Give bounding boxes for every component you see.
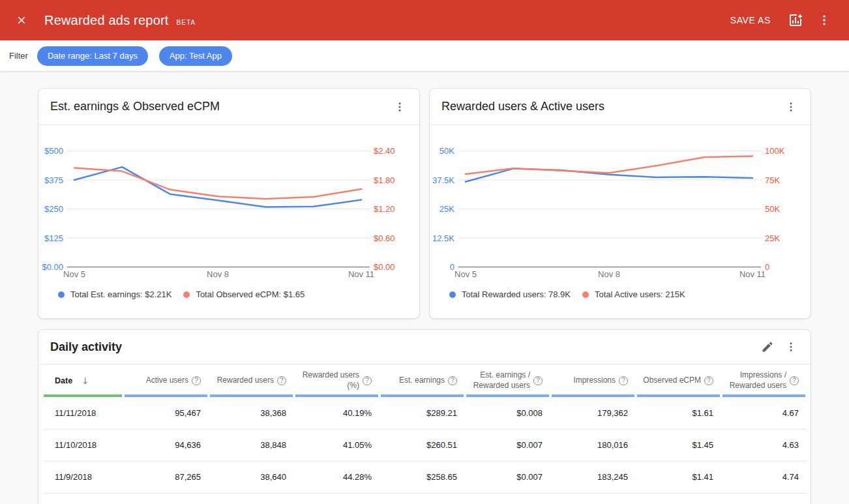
line-chart-earnings-ecpm: $500$2.40$375$1.80$250$1.20$125$0.60$0.0… bbox=[38, 125, 397, 282]
cell-est-earnings: $258.65 bbox=[380, 461, 465, 493]
legend-label: Total Est. earnings: $2.21K bbox=[70, 289, 171, 299]
help-icon[interactable]: ? bbox=[533, 376, 543, 385]
column-label: Date bbox=[55, 376, 72, 386]
column-label: Est. earnings bbox=[399, 376, 445, 386]
cell-active-users: 87,265 bbox=[123, 461, 209, 493]
help-icon[interactable]: ? bbox=[192, 376, 201, 385]
column-label: Observed eCPM bbox=[643, 376, 701, 386]
daily-activity-table: Date↓Active users?Rewarded users?Rewarde… bbox=[44, 364, 807, 494]
cell-impressions: 180,016 bbox=[550, 429, 636, 461]
svg-text:$2.40: $2.40 bbox=[374, 146, 395, 156]
legend-dot-icon bbox=[58, 291, 65, 298]
help-icon[interactable]: ? bbox=[277, 376, 286, 385]
chart-card-2-more-vert-icon[interactable] bbox=[779, 95, 803, 119]
cell-date: 11/9/2018 bbox=[44, 461, 123, 493]
help-icon[interactable]: ? bbox=[363, 376, 372, 385]
column-header-date[interactable]: Date↓ bbox=[44, 364, 123, 397]
close-icon[interactable] bbox=[16, 14, 27, 26]
legend-label: Total Rewarded users: 78.9K bbox=[462, 289, 571, 299]
edit-pencil-icon[interactable] bbox=[756, 335, 779, 359]
line-chart-rewarded-active-users: 50K100K37.5K75K25K50K12.5K25K00Nov 5Nov … bbox=[430, 125, 788, 282]
chart-card-1-header: Est. earnings & Observed eCPM bbox=[38, 89, 419, 125]
cell-impressions: 183,245 bbox=[550, 461, 636, 493]
svg-text:$0.00: $0.00 bbox=[374, 262, 395, 272]
sort-descending-icon[interactable]: ↓ bbox=[82, 375, 89, 387]
table-more-vert-icon[interactable] bbox=[779, 335, 803, 359]
column-label: Impressions bbox=[573, 376, 616, 386]
svg-text:25K: 25K bbox=[765, 233, 780, 243]
filter-chip-app[interactable]: App: Test App bbox=[159, 46, 232, 66]
table-title: Daily activity bbox=[50, 340, 122, 354]
cell-active-users: 95,467 bbox=[123, 397, 209, 429]
column-header-active-users[interactable]: Active users? bbox=[123, 364, 209, 397]
table-header-row: Date↓Active users?Rewarded users?Rewarde… bbox=[44, 364, 807, 397]
filter-chip-date-range[interactable]: Date range: Last 7 days bbox=[37, 46, 148, 66]
svg-text:$1.80: $1.80 bbox=[374, 175, 395, 185]
column-header-impressions-per-rewarded-user[interactable]: Impressions / Rewarded users? bbox=[721, 364, 807, 397]
svg-text:Nov 5: Nov 5 bbox=[454, 269, 477, 279]
close-icon-glyph bbox=[16, 14, 27, 26]
column-header-rewarded-users-pct[interactable]: Rewarded users (%)? bbox=[294, 364, 380, 397]
chart-card-1-more-vert-icon[interactable] bbox=[388, 95, 411, 119]
chart-legend: Total Est. earnings: $2.21KTotal Observe… bbox=[38, 289, 419, 299]
help-icon[interactable]: ? bbox=[704, 376, 713, 385]
page-title: Rewarded ads report bbox=[44, 13, 169, 28]
beta-badge: BETA bbox=[177, 19, 196, 26]
legend-label: Total Observed eCPM: $1.65 bbox=[196, 289, 305, 299]
cell-rewarded-users-pct: 41.05% bbox=[294, 429, 380, 461]
chart-card-rewarded-active-users: Rewarded users & Active users 50K100K37.… bbox=[429, 88, 811, 319]
column-header-rewarded-users[interactable]: Rewarded users? bbox=[209, 364, 294, 397]
cell-observed-ecpm: $1.45 bbox=[636, 429, 721, 461]
table-card-header: Daily activity bbox=[38, 330, 811, 364]
table-row: 11/10/201894,63638,84841.05%$260.51$0.00… bbox=[44, 429, 807, 461]
svg-text:50K: 50K bbox=[765, 204, 780, 214]
svg-text:$1.20: $1.20 bbox=[374, 204, 395, 214]
cell-impressions-per-rewarded-user: 4.74 bbox=[721, 461, 807, 493]
cell-rewarded-users: 38,368 bbox=[209, 397, 294, 429]
cell-date: 11/10/2018 bbox=[44, 429, 123, 461]
chart-card-earnings-ecpm: Est. earnings & Observed eCPM $500$2.40$… bbox=[38, 88, 420, 319]
legend-item: Total Observed eCPM: $1.65 bbox=[183, 289, 305, 299]
daily-activity-card: Daily activity Date↓Active users?Rewarde… bbox=[38, 329, 811, 504]
cell-rewarded-users-pct: 40.19% bbox=[294, 397, 380, 429]
table-row: 11/11/201895,46738,36840.19%$289.21$0.00… bbox=[44, 397, 807, 429]
column-label: Impressions / Rewarded users bbox=[721, 370, 786, 391]
table-row: 11/9/201887,26538,64044.28%$258.65$0.007… bbox=[44, 461, 807, 493]
cell-observed-ecpm: $1.41 bbox=[636, 461, 721, 493]
chart-legend: Total Rewarded users: 78.9KTotal Active … bbox=[430, 289, 811, 299]
help-icon[interactable]: ? bbox=[619, 376, 628, 385]
add-chart-icon-glyph bbox=[788, 12, 803, 28]
column-label: Active users bbox=[146, 376, 188, 386]
legend-dot-icon bbox=[582, 291, 589, 298]
svg-text:Nov 8: Nov 8 bbox=[207, 269, 229, 279]
cell-est-earnings: $260.51 bbox=[380, 429, 465, 461]
cell-est-earnings-per-rewarded-user: $0.008 bbox=[465, 397, 550, 429]
chart-card-2-title: Rewarded users & Active users bbox=[441, 100, 604, 113]
add-chart-icon[interactable] bbox=[788, 12, 803, 28]
chart-card-1-title: Est. earnings & Observed eCPM bbox=[50, 100, 220, 113]
help-icon[interactable]: ? bbox=[448, 376, 457, 385]
svg-text:50K: 50K bbox=[439, 146, 454, 156]
column-header-est-earnings-per-rewarded-user[interactable]: Est. earnings / Rewarded users? bbox=[465, 364, 550, 397]
pencil-glyph bbox=[761, 340, 774, 353]
legend-item: Total Rewarded users: 78.9K bbox=[449, 289, 571, 299]
svg-text:37.5K: 37.5K bbox=[432, 175, 454, 185]
legend-item: Total Est. earnings: $2.21K bbox=[58, 289, 171, 299]
help-icon[interactable]: ? bbox=[790, 376, 799, 385]
svg-text:75K: 75K bbox=[765, 175, 780, 185]
header-more-vert-icon[interactable] bbox=[818, 14, 831, 27]
column-header-impressions[interactable]: Impressions? bbox=[550, 364, 636, 397]
cell-est-earnings: $289.21 bbox=[380, 397, 465, 429]
save-as-button[interactable]: SAVE AS bbox=[730, 15, 771, 25]
app-header: Rewarded ads report BETA SAVE AS bbox=[0, 0, 849, 40]
svg-text:Nov 11: Nov 11 bbox=[348, 269, 374, 279]
svg-text:$375: $375 bbox=[44, 175, 63, 185]
cell-rewarded-users-pct: 44.28% bbox=[294, 461, 380, 493]
cell-impressions-per-rewarded-user: 4.63 bbox=[721, 429, 807, 461]
svg-text:$0.60: $0.60 bbox=[374, 233, 395, 243]
column-header-observed-ecpm[interactable]: Observed eCPM? bbox=[636, 364, 721, 397]
column-header-est-earnings[interactable]: Est. earnings? bbox=[380, 364, 465, 397]
cell-date: 11/11/2018 bbox=[44, 397, 123, 429]
svg-text:25K: 25K bbox=[439, 204, 454, 214]
svg-text:100K: 100K bbox=[765, 146, 785, 156]
